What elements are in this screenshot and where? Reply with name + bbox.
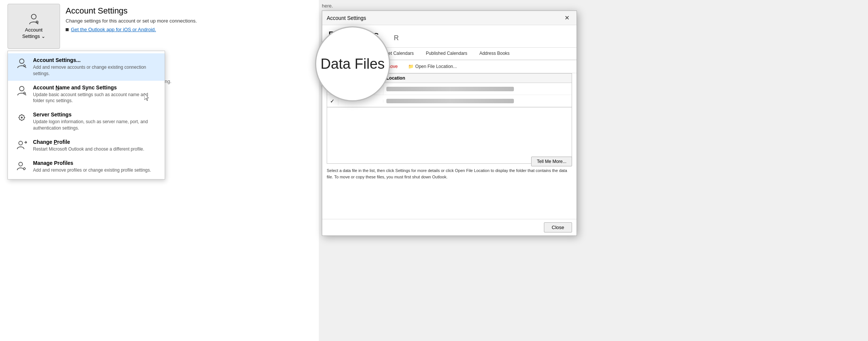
menu-item-name-sync-desc: Update basic account settings such as ac… xyxy=(33,92,158,104)
tab-r[interactable]: R xyxy=(394,34,399,47)
menu-item-manage-profiles-title: Manage Profiles xyxy=(33,160,158,166)
tell-me-more-button[interactable]: Tell Me More... xyxy=(531,157,572,166)
account-settings-icon xyxy=(28,13,40,25)
row1-location xyxy=(383,85,572,93)
ios-android-link[interactable]: Get the Outlook app for iOS or Android. xyxy=(71,27,156,32)
row2-location xyxy=(383,97,572,105)
bullet-icon xyxy=(66,28,69,31)
dialog-title: Account Settings xyxy=(327,15,366,21)
svg-point-16 xyxy=(20,86,24,91)
menu-item-manage-profiles[interactable]: Manage Profiles Add and remove profiles … xyxy=(8,156,165,177)
menu-item-server-settings-title: Server Settings xyxy=(33,112,158,118)
dialog-titlebar: Account Settings ✕ xyxy=(322,11,577,25)
menu-item-server-settings-desc: Update logon information, such as server… xyxy=(33,119,158,131)
menu-item-server-settings-text: Server Settings Update logon information… xyxy=(33,112,158,131)
manage-profiles-icon xyxy=(16,160,28,172)
menu-item-manage-profiles-desc: Add and remove profiles or change existi… xyxy=(33,167,158,174)
row1-location-blurred xyxy=(386,87,514,91)
dropdown-menu: Account Settings... Add and remove accou… xyxy=(8,51,165,180)
header-subtitle: Change settings for this account or set … xyxy=(66,18,291,24)
here-text: here. xyxy=(322,3,333,9)
dialog-info-text: Select a data file in the list, then cli… xyxy=(322,164,577,184)
svg-line-7 xyxy=(38,23,38,23)
tab-published-calendars[interactable]: Published Calendars xyxy=(420,48,473,60)
folder-icon: 📁 xyxy=(408,64,414,69)
zoom-inner-content: Data Files xyxy=(320,56,384,72)
svg-point-0 xyxy=(32,14,36,19)
dialog-close-button[interactable]: ✕ xyxy=(562,13,572,23)
open-file-location-button[interactable]: 📁 Open File Location... xyxy=(404,62,461,71)
svg-line-28 xyxy=(24,119,24,120)
menu-item-name-sync-text: Account Name and Sync Settings Update ba… xyxy=(33,84,158,104)
dialog-footer: Close xyxy=(322,219,577,235)
menu-item-account-settings-desc: Add and remove accounts or change existi… xyxy=(33,64,158,77)
svg-point-33 xyxy=(19,162,23,166)
svg-line-29 xyxy=(24,115,24,116)
menu-item-manage-profiles-text: Manage Profiles Add and remove profiles … xyxy=(33,160,158,174)
col-header-location: Location xyxy=(383,74,572,83)
svg-point-32 xyxy=(19,141,23,145)
svg-line-27 xyxy=(20,115,20,116)
dialog-close-footer-button[interactable]: Close xyxy=(544,222,572,232)
menu-item-change-profile[interactable]: Change Profile Restart Microsoft Outlook… xyxy=(8,135,165,156)
svg-line-6 xyxy=(36,21,36,21)
menu-item-account-settings-text: Account Settings... Add and remove accou… xyxy=(33,57,158,77)
table-empty-area xyxy=(327,107,572,164)
menu-item-change-profile-desc: Restart Microsoft Outlook and choose a d… xyxy=(33,146,158,152)
menu-item-account-settings-title: Account Settings... xyxy=(33,57,158,63)
svg-line-30 xyxy=(20,119,20,120)
menu-item-name-sync[interactable]: Account Name and Sync Settings Update ba… xyxy=(8,81,165,108)
left-panel: Account Settings ⌄ Account Settings Chan… xyxy=(0,0,319,341)
menu-item-server-settings[interactable]: Server Settings Update logon information… xyxy=(8,108,165,135)
page-title: Account Settings xyxy=(66,6,291,16)
menu-item-account-settings[interactable]: Account Settings... Add and remove accou… xyxy=(8,53,165,81)
account-settings-menu-icon xyxy=(16,57,28,69)
svg-line-9 xyxy=(36,23,36,23)
svg-point-10 xyxy=(20,59,24,63)
svg-line-8 xyxy=(38,21,38,21)
row2-location-blurred xyxy=(386,99,514,103)
mouse-cursor xyxy=(144,93,149,100)
menu-item-change-profile-title: Change Profile xyxy=(33,139,158,145)
menu-item-name-sync-title: Account Name and Sync Settings xyxy=(33,84,158,91)
svg-point-31 xyxy=(21,117,23,119)
tab-address-books[interactable]: Address Books xyxy=(473,48,516,60)
server-settings-icon xyxy=(16,112,28,124)
change-profile-icon xyxy=(16,139,28,151)
account-settings-btn-label: Account Settings ⌄ xyxy=(22,27,45,40)
header-area: Account Settings Change settings for thi… xyxy=(66,6,291,32)
name-sync-icon xyxy=(16,84,28,97)
zoom-circle-overlay: Data Files xyxy=(315,26,390,101)
menu-item-change-profile-text: Change Profile Restart Microsoft Outlook… xyxy=(33,139,158,152)
account-settings-toolbar-button[interactable]: Account Settings ⌄ xyxy=(8,4,60,49)
